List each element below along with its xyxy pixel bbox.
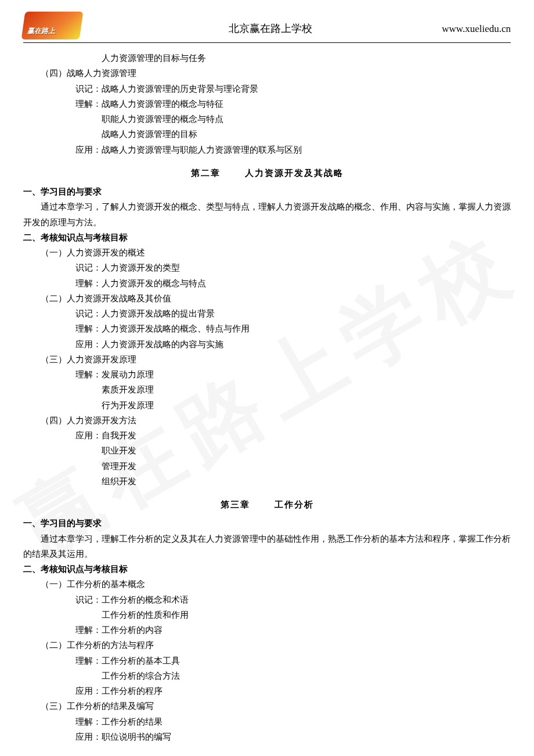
body-line: （三）工作分析的结果及编写 xyxy=(23,699,511,714)
chapter-number: 第二章 xyxy=(191,165,221,181)
body-line: （一）工作分析的基本概念 xyxy=(23,577,511,592)
chapter-title-text: 人力资源开发及其战略 xyxy=(245,168,344,178)
body-line: 战略人力资源管理的目标 xyxy=(23,127,511,142)
chapter-heading: 第二章人力资源开发及其战略 xyxy=(23,165,511,181)
body-line: 人力资源管理的目标与任务 xyxy=(23,51,511,66)
section-heading: 二、考核知识点与考核目标 xyxy=(23,561,511,577)
body-line: 理解：工作分析的内容 xyxy=(23,622,511,638)
chapter-title-text: 工作分析 xyxy=(275,500,314,509)
body-line: 管理开发 xyxy=(23,459,511,474)
body-line: 理解：战略人力资源管理的概念与特征 xyxy=(23,96,511,111)
body-line: 工作分析的性质和作用 xyxy=(23,607,511,622)
body-line: 理解：发展动力原理 xyxy=(23,367,511,382)
body-line: 理解：工作分析的结果 xyxy=(23,714,511,729)
section-heading: 二、考核知识点与考核目标 xyxy=(23,230,511,245)
body-line: 识记：人力资源开发战略的提出背景 xyxy=(23,306,511,321)
page-title: 北京赢在路上学校 xyxy=(99,20,442,40)
body-line: （三）人力资源开发原理 xyxy=(23,352,511,367)
body-line: 职业开发 xyxy=(23,443,511,458)
body-line: 应用：人力资源开发战略的内容与实施 xyxy=(23,337,511,352)
logo-icon: 赢在路上 xyxy=(21,12,84,39)
body-line: （四）人力资源开发方法 xyxy=(23,413,511,428)
body-line: 识记：人力资源开发的类型 xyxy=(23,260,511,275)
body-line: （一）人力资源开发的概述 xyxy=(23,245,511,260)
body-line: （二）工作分析的方法与程序 xyxy=(23,638,511,653)
body-line: 应用：战略人力资源管理与职能人力资源管理的联系与区别 xyxy=(23,142,511,157)
chapter-heading: 第三章工作分析 xyxy=(23,497,511,512)
body-line: 识记：工作分析的概念和术语 xyxy=(23,592,511,607)
header: 赢在路上 北京赢在路上学校 www.xueliedu.cn xyxy=(0,0,534,46)
header-row: 赢在路上 北京赢在路上学校 www.xueliedu.cn xyxy=(23,12,511,43)
section-body: 通过本章学习，了解人力资源开发的概念、类型与特点，理解人力资源开发战略的概念、作… xyxy=(23,199,511,230)
body-line: （四）战略人力资源管理 xyxy=(23,66,511,81)
body-line: 理解：人力资源开发战略的概念、特点与作用 xyxy=(23,321,511,336)
section-body: 通过本章学习，理解工作分析的定义及其在人力资源管理中的基础性作用，熟悉工作分析的… xyxy=(23,531,511,562)
body-line: 识记：战略人力资源管理的历史背景与理论背景 xyxy=(23,81,511,96)
body-line: 应用：职位说明书的编写 xyxy=(23,729,511,744)
site-url: www.xueliedu.cn xyxy=(442,20,511,39)
section-heading: 一、学习目的与要求 xyxy=(23,516,511,531)
logo-text: 赢在路上 xyxy=(27,25,55,37)
body-line: （二）人力资源开发战略及其价值 xyxy=(23,291,511,306)
section-heading: 一、学习目的与要求 xyxy=(23,184,511,199)
chapter-number: 第三章 xyxy=(221,497,250,512)
body-line: 应用：自我开发 xyxy=(23,428,511,443)
body-line: 素质开发原理 xyxy=(23,382,511,397)
footer-text: 推荐你到赢在路上学校，学习这个课程，看有没有你想要的，也许能帮到你，赢在路上学校… xyxy=(0,750,534,756)
body-line: 应用：工作分析的程序 xyxy=(23,683,511,699)
body-line: 行为开发原理 xyxy=(23,398,511,413)
body-line: 工作分析的综合方法 xyxy=(23,668,511,683)
body-line: 组织开发 xyxy=(23,474,511,489)
page-body: 人力资源管理的目标与任务 （四）战略人力资源管理 识记：战略人力资源管理的历史背… xyxy=(0,46,534,750)
body-line: 理解：人力资源开发的概念与特点 xyxy=(23,276,511,291)
document-content: 赢在路上 北京赢在路上学校 www.xueliedu.cn 人力资源管理的目标与… xyxy=(0,0,534,756)
body-line: 职能人力资源管理的概念与特点 xyxy=(23,111,511,127)
body-line: 理解：工作分析的基本工具 xyxy=(23,653,511,668)
